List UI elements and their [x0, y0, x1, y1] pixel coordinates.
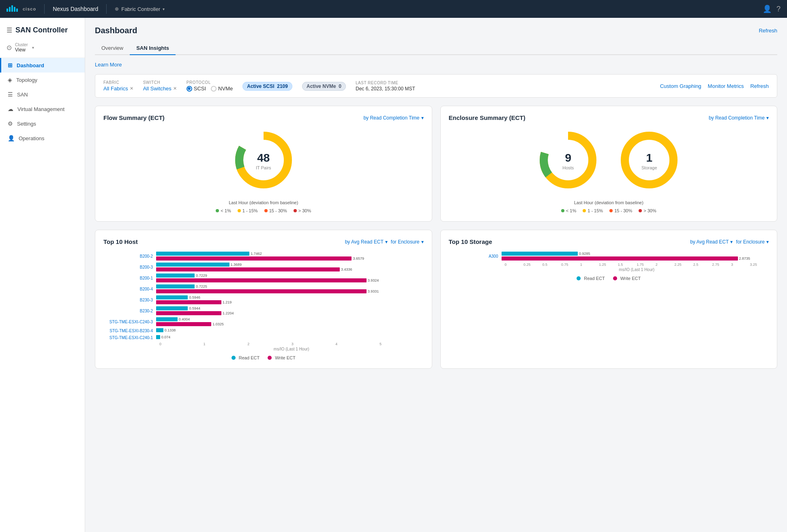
dashboard-icon: ⊞ — [8, 62, 13, 68]
storage-sort-label: by Avg Read ECT — [690, 239, 729, 245]
tab-san-insights[interactable]: SAN Insights — [130, 42, 176, 55]
filter-refresh-link[interactable]: Refresh — [750, 83, 769, 89]
axis-tick: 3.25 — [750, 263, 769, 267]
legend-label: 15 - 30% — [269, 208, 287, 213]
storage-sort-button[interactable]: by Avg Read ECT ▾ — [690, 239, 733, 245]
table-row: B200-31.36893.4336 — [103, 263, 424, 271]
legend-item: > 30% — [639, 208, 656, 213]
table-row: STG-TME-ESXI-C240-10.074 — [103, 335, 424, 340]
bar-bars: 0.92852.8735 — [502, 252, 769, 261]
bar-label: STG-TME-ESXI-C240-3 — [103, 320, 156, 324]
enclosure-sort-button[interactable]: by Read Completion Time ▾ — [709, 115, 769, 121]
legend-label: 1 - 15% — [588, 208, 603, 213]
learn-more-link[interactable]: Learn More — [95, 62, 122, 68]
record-time-value: Dec 6, 2023, 15:30:00 MST — [356, 86, 415, 92]
scsi-radio-circle — [187, 86, 192, 92]
write-bar — [156, 267, 340, 271]
fabric-controller[interactable]: ⊕ Fabric Controller ▾ — [115, 6, 165, 12]
active-scsi-badge-group: Active SCSI 2109 — [242, 83, 292, 89]
scsi-option[interactable]: SCSI — [187, 85, 206, 92]
fabric-clear-icon[interactable]: ✕ — [130, 86, 133, 91]
sidebar-item-dashboard[interactable]: ⊞ Dashboard — [0, 58, 85, 73]
refresh-button[interactable]: Refresh — [759, 28, 777, 34]
read-bar-row: 0.1338 — [156, 328, 424, 332]
read-bar — [156, 328, 163, 332]
switch-clear-icon[interactable]: ✕ — [173, 86, 177, 91]
axis-tick: 1 — [580, 263, 599, 267]
custom-graphing-link[interactable]: Custom Graphing — [660, 83, 701, 89]
bar-bars: 0.72253.9331 — [156, 284, 424, 293]
fabric-value-text: All Fabrics — [103, 85, 128, 92]
storage-donut-label: 1 Storage — [641, 151, 657, 170]
write-bar-row: 3.6579 — [156, 256, 424, 261]
bar-label: B200-1 — [103, 276, 156, 280]
active-nvme-value: 0 — [339, 83, 341, 89]
san-label: SAN — [17, 92, 28, 98]
san-icon: ☰ — [8, 91, 13, 98]
host-sort-button[interactable]: by Avg Read ECT ▾ — [345, 239, 388, 245]
read-bar-row: 0.5944 — [156, 306, 424, 310]
read-value: 0.9285 — [579, 252, 590, 256]
fabric-controller-label: Fabric Controller — [121, 6, 160, 12]
table-row: STG-TME-ESXI-C240-30.40041.0325 — [103, 317, 424, 326]
storage-for-button[interactable]: for Enclosure ▾ — [736, 239, 769, 245]
user-icon[interactable]: 👤 — [763, 4, 772, 13]
sidebar-item-operations[interactable]: 👤 Operations — [0, 131, 85, 145]
top10-host-card: Top 10 Host by Avg Read ECT ▾ for Enclos… — [95, 230, 432, 369]
read-value: 0.1338 — [165, 328, 176, 332]
read-bar — [156, 335, 160, 339]
bar-bars: 1.36893.4336 — [156, 263, 424, 271]
svg-rect-0 — [6, 9, 8, 12]
tab-overview[interactable]: Overview — [95, 42, 130, 55]
bar-label: B200-2 — [103, 254, 156, 259]
legend-label: < 1% — [566, 208, 576, 213]
bar-bars: 0.074 — [156, 335, 424, 340]
write-value: 3.9324 — [368, 278, 379, 282]
switch-value[interactable]: All Switches ✕ — [143, 85, 177, 92]
read-bar-row: 0.5946 — [156, 295, 424, 299]
storage-donut-sub: Storage — [641, 165, 657, 170]
flow-sort-button[interactable]: by Read Completion Time ▾ — [363, 115, 423, 121]
read-bar-row: 0.7229 — [156, 273, 424, 278]
write-value: 1.2204 — [223, 311, 234, 315]
flow-legend: < 1% 1 - 15% 15 - 30% > 30% — [103, 208, 424, 213]
write-bar-row: 3.4336 — [156, 267, 424, 271]
host-for-button[interactable]: for Enclosure ▾ — [391, 239, 424, 245]
top10-host-actions: by Avg Read ECT ▾ for Enclosure ▾ — [345, 239, 424, 245]
active-scsi-value: 2109 — [277, 83, 288, 89]
page-title: Dashboard — [95, 26, 137, 35]
fabric-filter: Fabric All Fabrics ✕ — [103, 80, 133, 92]
app-name: Nexus Dashboard — [53, 6, 98, 12]
read-value: 1.7462 — [251, 252, 262, 256]
read-bar — [156, 295, 188, 299]
write-bar-row: 3.9331 — [156, 289, 424, 293]
topology-icon: ◈ — [8, 77, 12, 83]
legend-label: Read ECT — [239, 355, 259, 360]
nvme-option[interactable]: NVMe — [211, 85, 233, 92]
legend-label: Write ECT — [620, 276, 641, 281]
enclosure-sort-chevron-icon: ▾ — [766, 115, 769, 121]
nvme-radio-circle — [211, 86, 217, 92]
legend-label: 1 - 15% — [242, 208, 258, 213]
fabric-value[interactable]: All Fabrics ✕ — [103, 85, 133, 92]
read-bar-row: 0.7225 — [156, 284, 424, 288]
main-content: Dashboard Refresh OverviewSAN Insights L… — [85, 18, 787, 532]
cluster-view[interactable]: ⊙ Cluster View ▾ — [0, 39, 85, 58]
legend-color-box — [613, 276, 617, 280]
sidebar-item-settings[interactable]: ⚙ Settings — [0, 116, 85, 131]
bar-label: B200-4 — [103, 287, 156, 291]
hamburger-icon[interactable]: ☰ — [6, 26, 12, 34]
write-bar — [502, 256, 738, 261]
sidebar-item-virtual-management[interactable]: ☁ Virtual Management — [0, 102, 85, 116]
flow-donut-label: 48 IT Pairs — [256, 151, 271, 170]
sidebar-item-topology[interactable]: ◈ Topology — [0, 73, 85, 87]
legend-dot — [238, 209, 241, 212]
axis-label: ms/IO (Last 1 Hour) — [103, 347, 424, 351]
legend-label: 15 - 30% — [614, 208, 632, 213]
help-icon[interactable]: ? — [776, 5, 781, 13]
monitor-metrics-link[interactable]: Monitor Metrics — [708, 83, 744, 89]
hosts-donut-wrapper: 9 Hosts — [536, 128, 600, 194]
sidebar-item-san[interactable]: ☰ SAN — [0, 87, 85, 102]
host-bar-chart: B200-21.74623.6579B200-31.36893.4336B200… — [103, 252, 424, 351]
chart-legend-item: Read ECT — [232, 355, 259, 360]
